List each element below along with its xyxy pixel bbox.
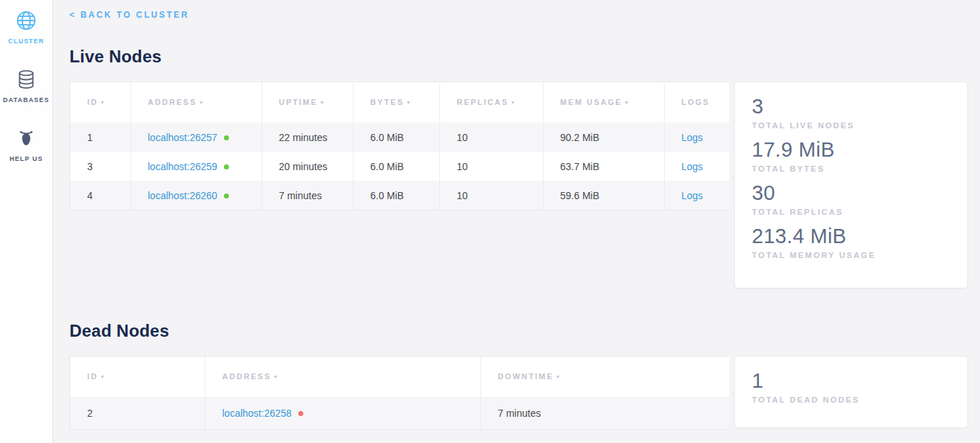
- live-nodes-summary-panel: 3 TOTAL LIVE NODES 17.9 MiB TOTAL BYTES …: [734, 82, 968, 288]
- sort-arrow-icon: ▾: [407, 99, 411, 106]
- logs-link[interactable]: Logs: [682, 161, 703, 172]
- live-nodes-section: ID▾ ADDRESS▾ UPTIME▾ BYTES▾ REPLICAS▾ ME…: [69, 82, 968, 288]
- node-address-cell: localhost:26259: [130, 152, 261, 181]
- column-header-id[interactable]: ID▾: [70, 357, 205, 397]
- node-replicas-cell: 10: [439, 152, 543, 181]
- globe-icon: [16, 10, 37, 31]
- column-header-downtime[interactable]: DOWNTIME▾: [480, 357, 729, 397]
- node-downtime-cell: 7 minutes: [480, 397, 729, 430]
- node-bytes-cell: 6.0 MiB: [353, 152, 439, 181]
- column-header-id[interactable]: ID▾: [70, 82, 130, 123]
- database-icon: [16, 69, 37, 90]
- table-row: 4 localhost:26260 7 minutes 6.0 MiB 10 5…: [70, 181, 729, 210]
- node-address-cell: localhost:26258: [205, 397, 480, 430]
- dead-nodes-summary-panel: 1 TOTAL DEAD NODES: [734, 356, 968, 428]
- column-header-mem-usage[interactable]: MEM USAGE▾: [543, 82, 664, 123]
- stat-label: TOTAL REPLICAS: [752, 208, 953, 216]
- live-status-dot-icon: [224, 135, 229, 140]
- node-address-link[interactable]: localhost:26259: [148, 161, 218, 172]
- node-id-cell: 2: [70, 397, 205, 430]
- node-id-cell: 3: [70, 152, 130, 181]
- node-address-link[interactable]: localhost:26258: [223, 408, 292, 419]
- stat-value: 17.9 MiB: [752, 139, 953, 162]
- node-uptime-cell: 22 minutes: [261, 123, 353, 152]
- sort-arrow-icon: ▾: [320, 99, 325, 106]
- table-row: 3 localhost:26259 20 minutes 6.0 MiB 10 …: [70, 152, 729, 181]
- live-status-dot-icon: [224, 164, 229, 169]
- node-mem-usage-cell: 59.6 MiB: [543, 181, 664, 210]
- live-nodes-table: ID▾ ADDRESS▾ UPTIME▾ BYTES▾ REPLICAS▾ ME…: [69, 82, 728, 211]
- sort-arrow-icon: ▾: [101, 99, 105, 106]
- node-address-cell: localhost:26257: [130, 123, 261, 152]
- stat-value: 1: [752, 370, 953, 393]
- summary-stat: 17.9 MiB TOTAL BYTES: [752, 139, 953, 173]
- sidebar-item-databases[interactable]: DATABASES: [3, 69, 49, 103]
- node-bytes-cell: 6.0 MiB: [353, 123, 439, 152]
- column-header-address[interactable]: ADDRESS▾: [205, 357, 480, 397]
- dead-nodes-section: ID▾ ADDRESS▾ DOWNTIME▾ 2 localhost:26258…: [69, 356, 968, 430]
- column-header-replicas[interactable]: REPLICAS▾: [439, 82, 543, 123]
- logs-link[interactable]: Logs: [682, 190, 703, 201]
- node-logs-cell: Logs: [664, 181, 729, 210]
- sort-arrow-icon: ▾: [274, 374, 278, 380]
- stat-value: 30: [752, 182, 953, 205]
- node-logs-cell: Logs: [664, 123, 729, 152]
- logs-link[interactable]: Logs: [682, 132, 703, 143]
- node-mem-usage-cell: 63.7 MiB: [543, 152, 664, 181]
- sort-arrow-icon: ▾: [556, 374, 561, 380]
- sort-arrow-icon: ▾: [200, 99, 204, 106]
- sort-arrow-icon: ▾: [101, 374, 105, 380]
- dead-status-dot-icon: [298, 411, 303, 416]
- bug-icon: [16, 128, 37, 149]
- node-id-cell: 4: [70, 181, 130, 210]
- live-status-dot-icon: [224, 194, 229, 198]
- node-replicas-cell: 10: [439, 123, 543, 152]
- dead-nodes-table: ID▾ ADDRESS▾ DOWNTIME▾ 2 localhost:26258…: [69, 356, 728, 430]
- node-logs-cell: Logs: [664, 152, 729, 181]
- stat-label: TOTAL MEMORY USAGE: [752, 251, 953, 259]
- stat-label: TOTAL BYTES: [752, 164, 953, 173]
- stat-label: TOTAL DEAD NODES: [752, 396, 953, 404]
- summary-stat: 213.4 MiB TOTAL MEMORY USAGE: [752, 225, 953, 259]
- back-to-cluster-link[interactable]: < BACK TO CLUSTER: [69, 10, 189, 20]
- table-row: 1 localhost:26257 22 minutes 6.0 MiB 10 …: [70, 123, 729, 152]
- sidebar-item-label: HELP US: [9, 155, 43, 162]
- dead-nodes-title: Dead Nodes: [69, 321, 968, 341]
- sidebar: CLUSTER DATABASES HELP US: [0, 0, 53, 443]
- table-row: 2 localhost:26258 7 minutes: [70, 397, 729, 430]
- stat-value: 3: [752, 96, 953, 118]
- stat-label: TOTAL LIVE NODES: [752, 121, 953, 130]
- main-content: < BACK TO CLUSTER Live Nodes ID▾ ADDRESS…: [53, 0, 980, 430]
- sidebar-item-label: DATABASES: [3, 96, 49, 103]
- node-address-link[interactable]: localhost:26260: [148, 190, 218, 201]
- column-header-logs: LOGS: [664, 82, 729, 123]
- live-nodes-title: Live Nodes: [69, 47, 968, 67]
- sort-arrow-icon: ▾: [512, 99, 516, 106]
- dead-table-header-row: ID▾ ADDRESS▾ DOWNTIME▾: [70, 357, 729, 397]
- summary-stat: 30 TOTAL REPLICAS: [752, 182, 953, 216]
- sidebar-item-cluster[interactable]: CLUSTER: [9, 10, 45, 45]
- column-header-bytes[interactable]: BYTES▾: [353, 82, 439, 123]
- summary-stat: 1 TOTAL DEAD NODES: [752, 370, 953, 404]
- sidebar-item-label: CLUSTER: [9, 38, 45, 45]
- node-id-cell: 1: [70, 123, 130, 152]
- node-replicas-cell: 10: [439, 181, 543, 210]
- node-uptime-cell: 20 minutes: [261, 152, 353, 181]
- node-address-link[interactable]: localhost:26257: [148, 132, 218, 143]
- node-uptime-cell: 7 minutes: [261, 181, 353, 210]
- summary-stat: 3 TOTAL LIVE NODES: [752, 96, 953, 130]
- live-table-header-row: ID▾ ADDRESS▾ UPTIME▾ BYTES▾ REPLICAS▾ ME…: [70, 82, 729, 123]
- node-mem-usage-cell: 90.2 MiB: [543, 123, 664, 152]
- sidebar-item-help-us[interactable]: HELP US: [9, 128, 43, 162]
- column-header-address[interactable]: ADDRESS▾: [130, 82, 261, 123]
- node-address-cell: localhost:26260: [130, 181, 261, 210]
- column-header-uptime[interactable]: UPTIME▾: [261, 82, 353, 123]
- sort-arrow-icon: ▾: [625, 99, 629, 106]
- stat-value: 213.4 MiB: [752, 225, 953, 248]
- node-bytes-cell: 6.0 MiB: [353, 181, 439, 210]
